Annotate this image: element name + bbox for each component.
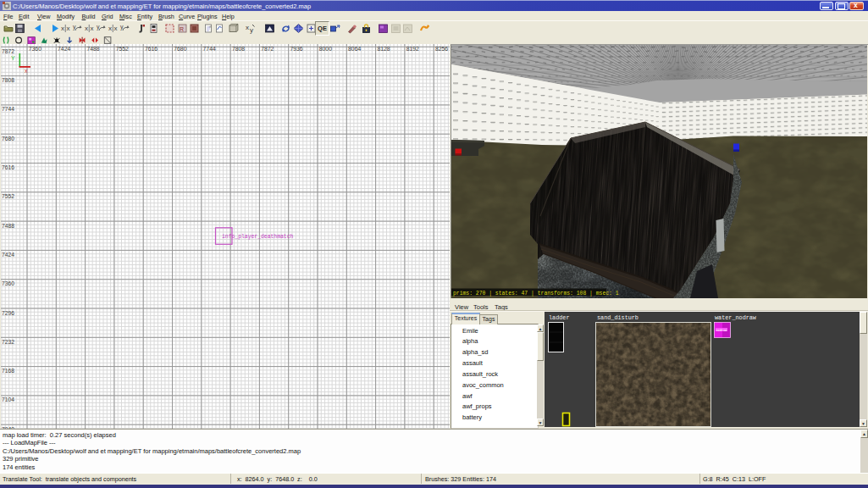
- svg-text:8256: 8256: [435, 46, 448, 52]
- svg-text:7168: 7168: [2, 368, 14, 374]
- svg-text:7616: 7616: [2, 164, 14, 170]
- svg-text:7360: 7360: [2, 280, 14, 286]
- svg-text:x: x: [85, 25, 88, 32]
- svg-text:7808: 7808: [232, 46, 245, 52]
- svg-text:7104: 7104: [2, 396, 14, 402]
- svg-text:7680: 7680: [174, 46, 186, 52]
- svg-text:water_nodraw: water_nodraw: [715, 314, 757, 321]
- svg-text:8192: 8192: [406, 46, 419, 52]
- svg-text:8000: 8000: [319, 46, 332, 52]
- svg-text:x: x: [91, 25, 94, 32]
- svg-text:7552: 7552: [116, 46, 129, 52]
- svg-text:R: R: [180, 26, 184, 32]
- svg-text:7296: 7296: [2, 310, 14, 316]
- svg-text:7424: 7424: [58, 46, 70, 52]
- svg-text:7616: 7616: [145, 46, 158, 52]
- svg-text:7360: 7360: [29, 46, 41, 52]
- svg-text:sand_disturb: sand_disturb: [597, 314, 639, 321]
- svg-text:7232: 7232: [2, 339, 14, 345]
- svg-text:8064: 8064: [348, 46, 361, 52]
- svg-text:7936: 7936: [290, 46, 303, 52]
- svg-text:y: y: [250, 26, 253, 34]
- svg-text:7552: 7552: [2, 193, 14, 199]
- svg-text:7744: 7744: [2, 106, 14, 112]
- svg-text:7488: 7488: [2, 223, 14, 229]
- svg-text:7808: 7808: [2, 77, 14, 83]
- svg-text:x: x: [114, 25, 118, 32]
- svg-text:nodraw: nodraw: [716, 329, 728, 332]
- svg-text:x: x: [108, 25, 112, 32]
- svg-text:info_player_deathmatch: info_player_deathmatch: [222, 234, 294, 240]
- svg-text:7680: 7680: [2, 136, 14, 141]
- svg-text:8128: 8128: [377, 46, 390, 52]
- svg-text:prims: 270 | states: 47 | tran: prims: 270 | states: 47 | transforms: 10…: [453, 291, 619, 297]
- svg-text:x: x: [246, 24, 249, 31]
- svg-text:7872: 7872: [261, 46, 274, 52]
- svg-text:Y: Y: [11, 55, 15, 61]
- svg-text:x: x: [67, 25, 70, 32]
- svg-text:7488: 7488: [86, 46, 99, 52]
- svg-text:7744: 7744: [203, 46, 216, 52]
- svg-text:7872: 7872: [2, 48, 14, 54]
- svg-text:x: x: [25, 68, 28, 74]
- svg-text:7424: 7424: [2, 252, 14, 258]
- svg-text:x: x: [61, 25, 64, 32]
- svg-text:ladder: ladder: [549, 314, 569, 321]
